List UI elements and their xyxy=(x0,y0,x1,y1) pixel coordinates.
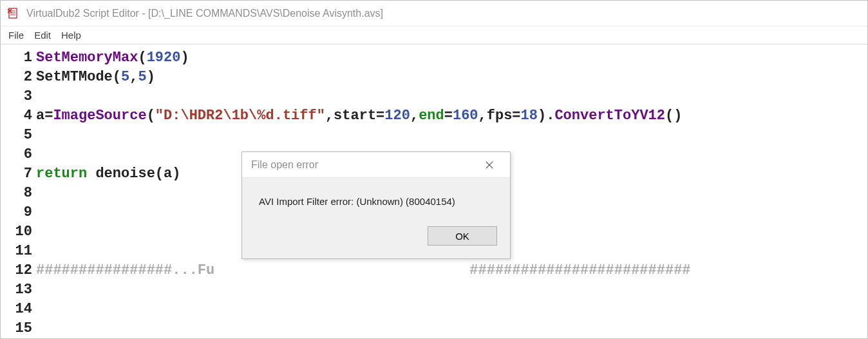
code-token: SetMTMode xyxy=(36,69,113,85)
code-token: 5 xyxy=(138,69,146,85)
code-token: = xyxy=(44,108,53,124)
dialog-title: File open error xyxy=(251,159,318,171)
line-number: 13 xyxy=(1,282,36,298)
line-number: 10 xyxy=(1,224,36,240)
menubar: File Edit Help xyxy=(1,26,867,44)
line-number: 12 xyxy=(1,262,36,278)
menu-help[interactable]: Help xyxy=(61,30,81,41)
code-token: "D:\HDR2\1b\%d.tiff" xyxy=(155,108,325,124)
code-token: , xyxy=(129,69,138,85)
code-token: a xyxy=(164,166,172,182)
code-line[interactable]: 14 xyxy=(1,299,867,318)
code-token: ################...Fu ##################… xyxy=(36,262,691,278)
code-token: ConvertToYV12 xyxy=(554,108,665,124)
code-token: , xyxy=(325,108,334,124)
code-token: ( xyxy=(147,108,155,124)
close-icon[interactable] xyxy=(476,156,502,174)
code-line[interactable]: 13 xyxy=(1,280,867,299)
code-content[interactable]: SetMemoryMax(1920) xyxy=(36,50,867,66)
dialog-message: AVI Import Filter error: (Unknown) (8004… xyxy=(242,178,510,220)
code-line[interactable]: 12################...Fu ################… xyxy=(1,260,867,280)
code-line[interactable]: 15 xyxy=(1,318,867,338)
window-title: VirtualDub2 Script Editor - [D:\_LINE CO… xyxy=(26,8,383,19)
code-token: ImageSource xyxy=(53,108,146,124)
code-token: () xyxy=(665,108,682,124)
line-number: 5 xyxy=(1,127,36,143)
code-token: ( xyxy=(113,69,121,85)
line-number: 8 xyxy=(1,185,36,201)
code-token: end xyxy=(419,108,444,124)
line-number: 1 xyxy=(1,50,36,66)
code-token: = xyxy=(512,108,520,124)
line-number: 11 xyxy=(1,243,36,259)
code-token: ) xyxy=(538,108,546,124)
ok-button[interactable]: OK xyxy=(428,226,497,246)
code-line[interactable]: 5 xyxy=(1,125,867,144)
code-token: , xyxy=(410,108,419,124)
main-window: VirtualDub2 Script Editor - [D:\_LINE CO… xyxy=(0,0,868,339)
code-token: return xyxy=(36,166,87,182)
code-token: fps xyxy=(487,108,513,124)
code-content[interactable]: SetMTMode(5,5) xyxy=(36,69,867,85)
code-line[interactable]: 2SetMTMode(5,5) xyxy=(1,67,867,86)
code-token: SetMemoryMax xyxy=(36,50,138,66)
titlebar: VirtualDub2 Script Editor - [D:\_LINE CO… xyxy=(1,1,867,26)
dialog-titlebar: File open error xyxy=(242,152,510,178)
code-token: ) xyxy=(172,166,180,182)
code-token: 120 xyxy=(384,108,410,124)
code-token: = xyxy=(376,108,384,124)
code-token: , xyxy=(478,108,487,124)
code-token: ( xyxy=(155,166,164,182)
code-token: = xyxy=(444,108,453,124)
code-token: 160 xyxy=(453,108,478,124)
menu-file[interactable]: File xyxy=(8,30,24,41)
line-number: 4 xyxy=(1,108,36,124)
code-line[interactable]: 1SetMemoryMax(1920) xyxy=(1,48,867,67)
code-token: denoise xyxy=(87,166,155,182)
code-token: 18 xyxy=(521,108,538,124)
code-token: . xyxy=(546,108,554,124)
code-token: 1920 xyxy=(147,50,181,66)
line-number: 2 xyxy=(1,69,36,85)
error-dialog: File open error AVI Import Filter error:… xyxy=(241,151,511,259)
code-token: start xyxy=(334,108,376,124)
code-content[interactable]: ################...Fu ##################… xyxy=(36,262,867,278)
line-number: 6 xyxy=(1,146,36,162)
code-token: ) xyxy=(147,69,155,85)
code-content[interactable]: a=ImageSource("D:\HDR2\1b\%d.tiff",start… xyxy=(36,108,867,124)
app-icon xyxy=(7,7,20,20)
code-line[interactable]: 4a=ImageSource("D:\HDR2\1b\%d.tiff",star… xyxy=(1,106,867,125)
line-number: 7 xyxy=(1,166,36,182)
line-number: 3 xyxy=(1,88,36,104)
code-token: ( xyxy=(138,50,146,66)
line-number: 14 xyxy=(1,301,36,317)
code-token: a xyxy=(36,108,44,124)
menu-edit[interactable]: Edit xyxy=(34,30,51,41)
code-token: 5 xyxy=(121,69,129,85)
code-line[interactable]: 3 xyxy=(1,86,867,106)
dialog-buttons: OK xyxy=(242,220,510,258)
code-token: ) xyxy=(180,50,189,66)
line-number: 9 xyxy=(1,204,36,220)
line-number: 15 xyxy=(1,320,36,336)
